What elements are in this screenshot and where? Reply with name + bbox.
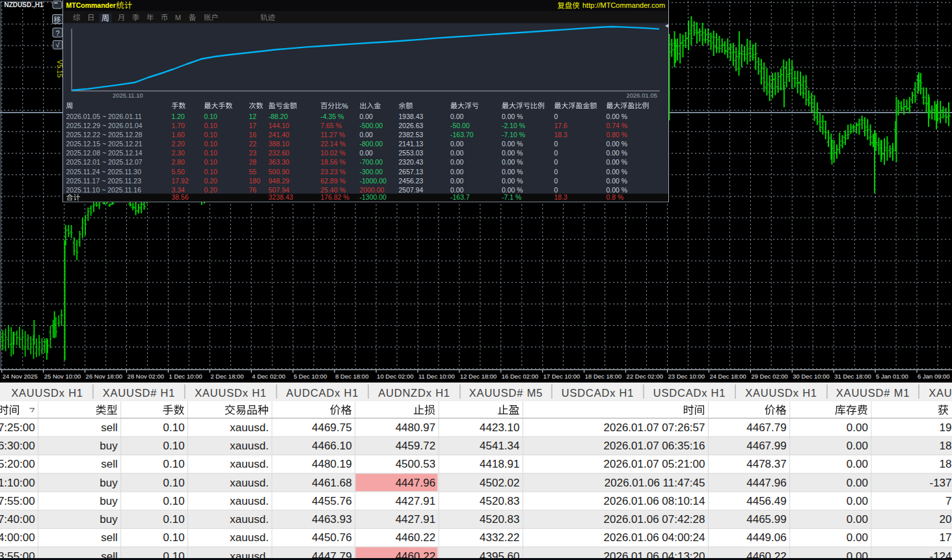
svg-text:-4.35 %: -4.35 % — [321, 113, 344, 120]
svg-text:2026.01.06 08:10:14: 2026.01.06 08:10:14 — [604, 495, 705, 507]
svg-text:5 Dec 10:00: 5 Dec 10:00 — [293, 373, 327, 380]
svg-text:buy: buy — [100, 513, 118, 526]
svg-text:22: 22 — [249, 140, 257, 148]
svg-text:2025.12.01 ~ 2025.12.07: 2025.12.01 ~ 2025.12.07 — [66, 158, 143, 166]
svg-text:10.02 %: 10.02 % — [321, 149, 346, 157]
svg-text:0.00 %: 0.00 % — [502, 177, 523, 185]
svg-text:√: √ — [56, 41, 61, 49]
svg-text:1.20: 1.20 — [172, 113, 185, 120]
svg-text:18: 18 — [940, 440, 952, 452]
svg-text:363.30: 363.30 — [269, 158, 290, 166]
svg-text:12: 12 — [249, 113, 257, 120]
svg-text:0.00: 0.00 — [360, 113, 374, 120]
svg-text:4520.83: 4520.83 — [480, 513, 519, 526]
svg-text:xauusd.: xauusd. — [230, 531, 269, 544]
svg-text:0.8 %: 0.8 % — [606, 193, 624, 201]
svg-text:232.60: 232.60 — [269, 149, 290, 157]
svg-text:2657.13: 2657.13 — [399, 168, 424, 176]
svg-text:2 Dec 18:00: 2 Dec 18:00 — [210, 373, 243, 380]
svg-text:62.89 %: 62.89 % — [321, 177, 346, 185]
svg-text:AUDCADx H1: AUDCADx H1 — [286, 387, 359, 399]
svg-text:4467.79: 4467.79 — [746, 421, 786, 434]
svg-text:2026.01.06 07:55:00: 2026.01.06 07:55:00 — [0, 495, 35, 507]
svg-text:4418.91: 4418.91 — [480, 458, 519, 470]
svg-text:17: 17 — [249, 122, 257, 129]
svg-text:3.34: 3.34 — [172, 186, 185, 194]
svg-text:1.60: 1.60 — [172, 131, 185, 139]
svg-text:-2.10 %: -2.10 % — [502, 122, 525, 129]
svg-text:4427.91: 4427.91 — [396, 513, 435, 526]
svg-text:XAUUSDx H1: XAUUSDx H1 — [195, 387, 267, 399]
svg-text:19: 19 — [940, 421, 952, 434]
svg-text:2025.11.24 ~ 2025.11.30: 2025.11.24 ~ 2025.11.30 — [66, 168, 142, 176]
svg-text:4465.99: 4465.99 — [746, 513, 786, 526]
svg-text:23 Dec 10:00: 23 Dec 10:00 — [668, 373, 705, 380]
svg-text:0: 0 — [554, 158, 558, 166]
svg-text:18.3: 18.3 — [554, 193, 568, 201]
svg-text:0.20: 0.20 — [204, 186, 218, 194]
svg-text:2026.01.07 05:20:00: 2026.01.07 05:20:00 — [0, 458, 35, 470]
svg-text:2026.01.07 05:21:00: 2026.01.07 05:21:00 — [604, 458, 705, 470]
svg-text:0.00: 0.00 — [450, 168, 464, 176]
svg-text:4469.75: 4469.75 — [312, 421, 351, 434]
svg-text:500.90: 500.90 — [269, 168, 290, 176]
svg-text:2382.53: 2382.53 — [399, 131, 424, 139]
svg-text:0.00: 0.00 — [450, 186, 464, 194]
svg-text:0.74 %: 0.74 % — [606, 122, 628, 129]
svg-text:-7.1 %: -7.1 % — [502, 193, 521, 201]
svg-text:2026.01.07 07:26:57: 2026.01.07 07:26:57 — [604, 421, 705, 434]
svg-text:5 Jan 01:00: 5 Jan 01:00 — [876, 373, 908, 380]
svg-text:388.10: 388.10 — [269, 140, 290, 148]
svg-text:4456.49: 4456.49 — [746, 495, 786, 507]
svg-text:0.00 %: 0.00 % — [502, 168, 523, 176]
svg-text:0.00: 0.00 — [847, 421, 868, 434]
svg-text:4480.19: 4480.19 — [312, 458, 351, 470]
svg-text:0.00 %: 0.00 % — [502, 149, 523, 157]
svg-text:buy: buy — [100, 495, 118, 507]
svg-text:4461.68: 4461.68 — [312, 477, 351, 489]
svg-text:4460.22: 4460.22 — [396, 531, 435, 544]
svg-text:0.10: 0.10 — [204, 113, 218, 120]
svg-text:0.00 %: 0.00 % — [606, 186, 628, 194]
svg-text:sell: sell — [101, 421, 118, 434]
svg-text:11 Dec 10:00: 11 Dec 10:00 — [418, 373, 455, 380]
svg-text:%: % — [342, 102, 348, 110]
svg-text:0.00 %: 0.00 % — [606, 149, 628, 157]
svg-text:4500.53: 4500.53 — [396, 458, 435, 470]
svg-text:16: 16 — [249, 131, 257, 139]
svg-text:1.70: 1.70 — [172, 122, 185, 129]
svg-text:7: 7 — [945, 495, 951, 507]
svg-text:XAUUSD# M1: XAUUSD# M1 — [836, 387, 910, 399]
svg-text:xauusd.: xauusd. — [230, 458, 269, 470]
svg-text:11.27 %: 11.27 % — [321, 131, 346, 139]
svg-text:0.00: 0.00 — [847, 513, 868, 526]
svg-text:2025.12.15 ~ 2025.12.21: 2025.12.15 ~ 2025.12.21 — [66, 140, 143, 148]
svg-text:4520.83: 4520.83 — [480, 495, 519, 507]
svg-text:26 Nov 18:00: 26 Nov 18:00 — [86, 373, 123, 380]
svg-text:0.00: 0.00 — [450, 149, 464, 157]
svg-text:4332.22: 4332.22 — [480, 531, 519, 544]
svg-text:0.00 %: 0.00 % — [502, 140, 523, 148]
svg-text:4541.34: 4541.34 — [480, 440, 519, 452]
svg-text:0.10: 0.10 — [163, 531, 185, 544]
svg-text:2025.11.10 ~ 2025.11.16: 2025.11.10 ~ 2025.11.16 — [66, 186, 142, 194]
svg-text:4467.99: 4467.99 — [746, 440, 786, 452]
svg-text:-88.20: -88.20 — [269, 113, 288, 120]
svg-text:0.10: 0.10 — [204, 158, 218, 166]
svg-text:-1000.00: -1000.00 — [360, 177, 387, 185]
svg-text:0.00 %: 0.00 % — [502, 158, 523, 166]
svg-text:55: 55 — [249, 168, 257, 176]
svg-text:0.10: 0.10 — [204, 149, 218, 157]
svg-text:6 Jan 09:00: 6 Jan 09:00 — [918, 373, 950, 380]
svg-text:4502.02: 4502.02 — [480, 477, 519, 489]
svg-text:0.10: 0.10 — [163, 495, 185, 507]
svg-text:10 Dec 02:00: 10 Dec 02:00 — [377, 373, 414, 380]
svg-text:M: M — [175, 14, 181, 21]
svg-text:XAUUSDx H1: XAUUSDx H1 — [745, 387, 817, 399]
svg-text:?: ? — [55, 29, 59, 37]
svg-text:AUDNZDx H1: AUDNZDx H1 — [378, 387, 450, 399]
svg-text:22.14 %: 22.14 % — [321, 140, 346, 148]
svg-text:0.10: 0.10 — [204, 140, 218, 148]
svg-text:-163.7: -163.7 — [450, 193, 470, 201]
svg-text:0.10: 0.10 — [204, 131, 218, 139]
